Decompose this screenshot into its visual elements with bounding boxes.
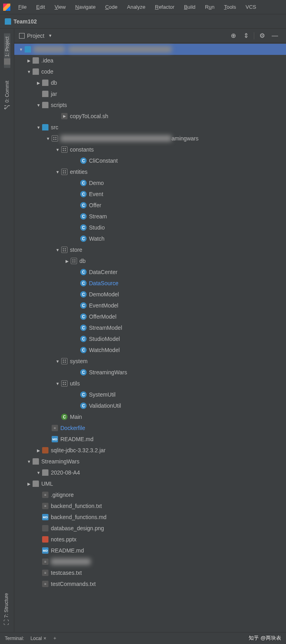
tree-item[interactable]: ▶≡.gitignore: [14, 489, 286, 500]
sidebar-tab-project[interactable]: 1: Project: [4, 33, 10, 68]
class-icon: C: [80, 213, 87, 220]
menu-tools[interactable]: Tools: [220, 2, 240, 12]
project-icon: [4, 58, 10, 65]
tree-item[interactable]: ▶CEvent: [14, 189, 286, 200]
menu-code[interactable]: Code: [101, 2, 122, 12]
menu-vcs[interactable]: VCS: [242, 2, 260, 12]
class-icon: C: [80, 224, 87, 231]
settings-icon[interactable]: ⚙: [258, 32, 266, 40]
tree-item[interactable]: ▶COffer: [14, 200, 286, 211]
tree-item[interactable]: ▶CDemo: [14, 177, 286, 189]
collapse-all-icon[interactable]: ⇕: [242, 32, 250, 40]
tree-item[interactable]: ▼src: [14, 122, 286, 133]
terminal-add[interactable]: ＋: [52, 635, 57, 642]
tree-item[interactable]: ▶▶copyToLocal.sh: [14, 111, 286, 122]
tree-item[interactable]: ▶CEventModel: [14, 300, 286, 311]
tree-item[interactable]: ▶database_design.png: [14, 523, 286, 534]
class-icon: C: [80, 403, 87, 409]
tree-item[interactable]: ▼edu...amingwars: [14, 133, 286, 144]
folder-icon: [42, 91, 48, 97]
tree-item[interactable]: ▼constants: [14, 144, 286, 155]
tree-item[interactable]: ▶CSystemUtil: [14, 389, 286, 400]
file-icon: ≡: [42, 492, 48, 498]
tree-item[interactable]: ▼system: [14, 356, 286, 367]
tree-item[interactable]: ▶notes.pptx: [14, 534, 286, 545]
tree-item[interactable]: ▶≡backend_function.txt: [14, 500, 286, 512]
tree-item[interactable]: ▼entities: [14, 166, 286, 177]
package-icon: [61, 380, 68, 387]
folder-icon: [25, 46, 31, 53]
tree-item[interactable]: ▶CValidationUtil: [14, 400, 286, 411]
menu-view[interactable]: View: [50, 2, 70, 12]
tree-item[interactable]: ▼code: [14, 66, 286, 77]
tree-item[interactable]: ▼utils: [14, 378, 286, 389]
tree-item[interactable]: ▶CStudio: [14, 222, 286, 233]
sidebar-tab-commit[interactable]: ⎇ 0: Commit: [4, 78, 10, 114]
tree-item[interactable]: ▶MDREADME.md: [14, 545, 286, 556]
menu-analyze[interactable]: Analyze: [123, 2, 149, 12]
class-icon: C: [80, 269, 87, 275]
tree-item[interactable]: ▶jar: [14, 88, 286, 99]
tree-item[interactable]: ▶CStreamModel: [14, 322, 286, 333]
left-sidebar: 1: Project ⎇ 0: Commit: [0, 29, 14, 632]
tree-item[interactable]: ▶CDemoModel: [14, 289, 286, 300]
tree-item[interactable]: ▶UML: [14, 478, 286, 489]
class-icon: C: [80, 336, 87, 342]
menu-file[interactable]: FFileile: [14, 2, 31, 12]
sidebar-tab-structure[interactable]: ⛶ 7: Structure: [3, 590, 10, 628]
terminal-tab[interactable]: Terminal:: [5, 636, 24, 641]
tree-item[interactable]: ▶MDREADME.md: [14, 434, 286, 445]
tree-item[interactable]: ▶MDbackend_functions.md: [14, 512, 286, 523]
hide-icon[interactable]: —: [271, 32, 279, 40]
tree-root[interactable]: ▼Team102 path: [14, 44, 286, 55]
tree-item[interactable]: ▶CWatchModel: [14, 344, 286, 356]
structure-icon: ⛶: [3, 619, 10, 625]
tree-item[interactable]: ▶≡testCommands.txt: [14, 578, 286, 590]
tree-item[interactable]: ▶≡testcases.txt: [14, 567, 286, 578]
file-md-icon: MD: [52, 436, 58, 442]
tree-item[interactable]: ▶db: [14, 77, 286, 88]
menubar: FFileile Edit View Navigate Code Analyze…: [0, 0, 286, 14]
tree-item[interactable]: ▶CWatch: [14, 233, 286, 244]
package-icon: [61, 146, 68, 153]
tree-item[interactable]: ▶.idea: [14, 55, 286, 66]
tree-item[interactable]: ▶db: [14, 255, 286, 267]
tree-item[interactable]: ▶CMain: [14, 411, 286, 422]
menu-run[interactable]: Run: [201, 2, 218, 12]
folder-icon: [5, 18, 11, 25]
folder-icon: [42, 80, 48, 86]
menu-refactor[interactable]: Refactor: [151, 2, 178, 12]
tree-item[interactable]: ▶CStream: [14, 211, 286, 222]
menu-build[interactable]: Build: [180, 2, 199, 12]
package-icon: [71, 258, 77, 264]
breadcrumb-project[interactable]: Team102: [14, 18, 37, 25]
folder-icon: [33, 68, 39, 75]
locate-icon[interactable]: ⊕: [229, 32, 237, 40]
terminal-local-tab[interactable]: Local ×: [31, 636, 46, 641]
panel-view-selector[interactable]: Project ▼: [19, 33, 52, 39]
file-icon: ≡: [42, 558, 48, 565]
tree-item[interactable]: ▶CDataSource: [14, 278, 286, 289]
menu-edit[interactable]: Edit: [32, 2, 49, 12]
project-tree[interactable]: ▼Team102 path ▶.idea ▼code ▶db ▶jar ▼scr…: [14, 43, 286, 632]
tree-item[interactable]: ▶CCliConstant: [14, 155, 286, 166]
file-md-icon: MD: [42, 514, 48, 520]
bottom-bar: Terminal: Local × ＋: [0, 632, 286, 644]
tree-item[interactable]: ▶CStreamingWars: [14, 367, 286, 378]
file-jar-icon: [42, 447, 48, 453]
folder-icon: [42, 469, 48, 476]
class-icon: C: [80, 391, 87, 398]
tree-item[interactable]: ▶CStudioModel: [14, 333, 286, 344]
menu-navigate[interactable]: Navigate: [71, 2, 99, 12]
tree-item[interactable]: ▶≡Dockerfile: [14, 422, 286, 434]
tree-item[interactable]: ▶sqlite-jdbc-3.32.3.2.jar: [14, 445, 286, 456]
tree-item[interactable]: ▶COfferModel: [14, 311, 286, 322]
tree-item[interactable]: ▼2020-08-A4: [14, 467, 286, 478]
file-ppt-icon: [42, 536, 48, 543]
class-icon: C: [80, 180, 87, 186]
tree-item[interactable]: ▼scripts: [14, 99, 286, 111]
tree-item[interactable]: ▶≡x: [14, 556, 286, 567]
tree-item[interactable]: ▶CDataCenter: [14, 267, 286, 278]
tree-item[interactable]: ▼store: [14, 244, 286, 255]
tree-item[interactable]: ▼StreamingWars: [14, 456, 286, 467]
